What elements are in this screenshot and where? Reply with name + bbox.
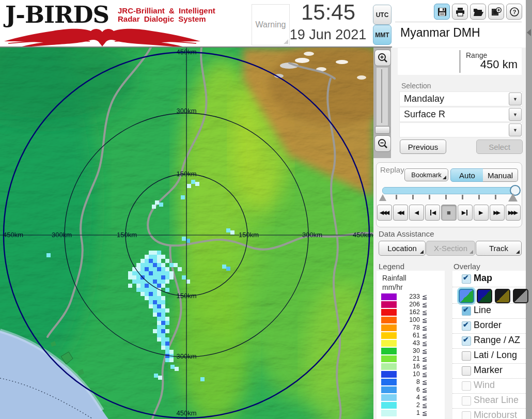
fastest-rewind-button[interactable]: ◀◀◀ (377, 205, 392, 221)
svg-text:450km: 450km (176, 48, 196, 56)
radar-map[interactable]: 450km 300km 150km 450km 300km 150km 150k… (0, 48, 373, 419)
manual-mode-button[interactable]: Manual (483, 168, 518, 182)
map-style-swatch-4[interactable] (513, 289, 528, 303)
legend-row: 2≦ (377, 401, 445, 409)
legend-swatch (381, 355, 397, 362)
legend-row: 21≦ (377, 355, 445, 363)
zoom-out-button[interactable] (374, 135, 391, 152)
fast-forward-button[interactable]: ▶▶ (490, 205, 505, 221)
map-style-swatch-2[interactable] (477, 289, 492, 303)
zoom-in-button[interactable] (374, 50, 391, 66)
legend-row: 30≦ (377, 347, 445, 355)
save-button[interactable] (434, 4, 450, 20)
svg-text:300km: 300km (176, 352, 196, 360)
product-dropdown-value: Surface R (404, 109, 445, 120)
bookmark-label: Bookmark (411, 171, 442, 179)
legend-row: 61≦ (377, 332, 445, 339)
legend-swatch (381, 293, 397, 300)
map-style-swatch-1[interactable] (459, 289, 474, 303)
marker-checkbox[interactable] (462, 366, 471, 376)
auto-mode-button[interactable]: Auto (450, 168, 484, 182)
range-az-checkbox[interactable] (462, 336, 471, 346)
play-button[interactable]: ▶ (474, 205, 489, 221)
xsection-label: X-Section (434, 244, 467, 253)
clock-date: 19 Jun 2021 (284, 27, 372, 43)
replay-slider-track[interactable] (382, 187, 515, 194)
toolbar-divider (395, 22, 522, 22)
chevron-down-icon[interactable]: ▼ (509, 108, 522, 121)
legend-swatch (381, 340, 397, 347)
range-end-marker[interactable] (508, 193, 518, 201)
step-forward-button[interactable]: ▶ (458, 205, 473, 221)
legend-units: mm/hr (382, 283, 403, 291)
location-label: Location (387, 244, 417, 253)
microburst-checkbox[interactable] (462, 411, 471, 419)
eagle-logo-icon (3, 27, 201, 46)
location-button[interactable]: Location (379, 241, 426, 256)
replay-label: Replay (380, 165, 404, 174)
svg-text:150km: 150km (117, 231, 137, 239)
zoom-slider-track[interactable] (376, 67, 388, 126)
track-button[interactable]: Track (476, 241, 522, 256)
line-checkbox[interactable] (462, 306, 471, 316)
bookmark-button[interactable]: Bookmark (404, 168, 448, 181)
product-dropdown[interactable]: Surface R ▼ (399, 107, 523, 122)
svg-text:150km: 150km (176, 170, 196, 178)
radar-map-canvas[interactable]: 450km 300km 150km 450km 300km 150km 150k… (0, 48, 373, 419)
panel-collapse-arrow-icon[interactable] (527, 29, 531, 36)
stop-button[interactable]: ■ (441, 205, 456, 221)
fast-rewind-button[interactable]: ◀◀ (393, 205, 408, 221)
map-style-row (452, 287, 526, 304)
play-reverse-button[interactable]: ◀ (409, 205, 424, 221)
warning-label: Warning (256, 20, 286, 29)
lati-long-label: Lati / Long (474, 350, 517, 361)
print-button[interactable] (452, 4, 468, 20)
legend-row: 233≦ (377, 293, 445, 301)
zoom-slider-handle[interactable] (375, 126, 390, 134)
microburst-label: Microburst (474, 410, 517, 419)
select-button[interactable]: Select (476, 139, 523, 154)
fastest-forward-button[interactable]: ▶▶▶ (506, 205, 521, 221)
xsection-button[interactable]: X-Section (426, 241, 475, 256)
add-image-button[interactable] (488, 4, 504, 20)
logo-subtitle-line1: JRC-Brilliant & Intelligent (118, 7, 215, 15)
legend-panel: Rainfall mm/hr 233≦ 206≦ 162≦ 100≦ 78≦ 6… (377, 271, 445, 419)
shear-line-checkbox[interactable] (462, 396, 471, 406)
chevron-down-icon[interactable]: ▼ (509, 123, 522, 136)
lati-long-checkbox[interactable] (462, 351, 471, 361)
help-button[interactable]: ? (506, 4, 522, 20)
option-dropdown[interactable]: ▼ (399, 122, 523, 137)
clock-time: 15:45 (288, 0, 368, 25)
legend-row: 10≦ (377, 370, 445, 378)
svg-text:300km: 300km (302, 231, 322, 239)
map-style-swatch-3[interactable] (495, 289, 510, 303)
slider-tick (495, 195, 496, 199)
legend-swatch (381, 371, 397, 378)
previous-button[interactable]: Previous (400, 139, 446, 154)
site-dropdown[interactable]: Mandalay ▼ (399, 91, 523, 106)
open-folder-icon (473, 7, 484, 17)
legend-swatch (381, 402, 397, 409)
border-checkbox[interactable] (462, 321, 471, 331)
map-zoom-control (373, 48, 391, 158)
step-back-button[interactable]: ◀ (425, 205, 440, 221)
map-checkbox[interactable] (462, 274, 471, 284)
legend-section-label: Legend (379, 262, 404, 271)
range-az-label: Range / AZ (474, 335, 520, 346)
timezone-mmt-button[interactable]: MMT (373, 25, 392, 45)
range-start-marker[interactable] (379, 194, 386, 201)
slider-tick (396, 195, 397, 199)
legend-swatch (381, 363, 397, 370)
wind-checkbox[interactable] (462, 381, 471, 391)
panel-collapse-strip[interactable] (526, 0, 532, 419)
legend-swatch (381, 394, 397, 401)
legend-row: 206≦ (377, 301, 445, 308)
help-icon: ? (509, 7, 520, 17)
legend-swatch (381, 386, 397, 393)
legend-row: 4≦ (377, 394, 445, 401)
open-folder-button[interactable] (470, 4, 486, 20)
chevron-down-icon[interactable]: ▼ (509, 92, 522, 105)
svg-text:150km: 150km (176, 292, 196, 300)
timezone-utc-button[interactable]: UTC (373, 5, 392, 25)
legend-row: 6≦ (377, 386, 445, 394)
